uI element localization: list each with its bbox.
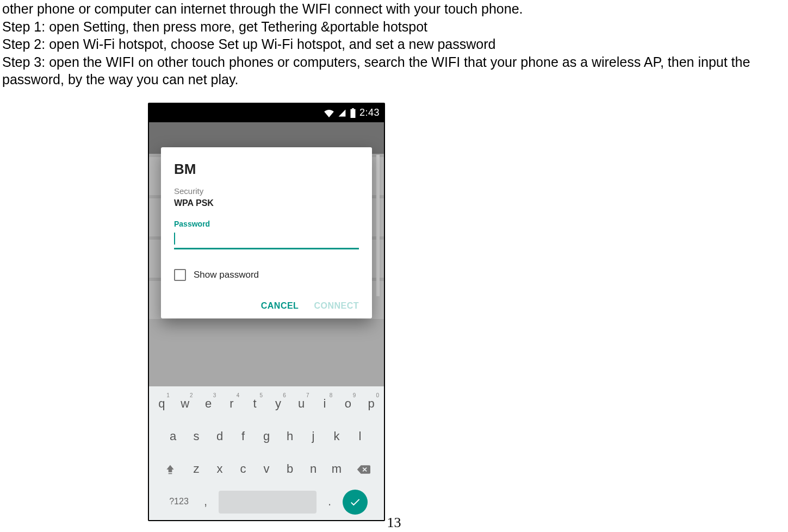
key-u[interactable]: u7 — [291, 391, 312, 418]
wifi-connect-dialog: BM Security WPA PSK Password Show passwo… — [161, 147, 372, 318]
show-password-label: Show password — [194, 269, 259, 281]
security-value: WPA PSK — [174, 198, 359, 209]
key-v[interactable]: v — [256, 456, 277, 483]
key-i[interactable]: i8 — [314, 391, 336, 418]
key-f[interactable]: f — [233, 423, 254, 450]
keyboard-row-2: asdfghjkl — [151, 423, 382, 450]
key-r[interactable]: r4 — [221, 391, 242, 418]
check-icon — [349, 496, 361, 508]
keyboard-row-3: zxcvbnm — [151, 456, 382, 483]
backspace-icon — [356, 464, 370, 475]
key-period[interactable]: . — [319, 489, 340, 516]
password-input[interactable] — [174, 231, 359, 249]
doc-line-3: Step 3: open the WIFI on other touch pho… — [2, 53, 786, 89]
dialog-actions: CANCEL CONNECT — [174, 301, 359, 312]
dialog-title: BM — [174, 160, 359, 179]
show-password-row[interactable]: Show password — [174, 269, 359, 281]
key-a[interactable]: a — [163, 423, 184, 450]
signal-icon — [338, 109, 346, 117]
password-label: Password — [174, 219, 359, 229]
svg-rect-2 — [168, 473, 172, 474]
key-h[interactable]: h — [280, 423, 301, 450]
doc-line-1: Step 1: open Setting, then press more, g… — [2, 18, 786, 36]
key-z[interactable]: z — [186, 456, 207, 483]
key-symbols[interactable]: ?123 — [165, 489, 193, 516]
key-d[interactable]: d — [209, 423, 231, 450]
status-time: 2:43 — [359, 107, 380, 119]
show-password-checkbox[interactable] — [174, 269, 186, 281]
battery-icon — [350, 108, 356, 118]
security-label: Security — [174, 186, 359, 197]
key-x[interactable]: x — [209, 456, 231, 483]
status-bar: 2:43 — [149, 104, 384, 122]
key-space[interactable] — [219, 491, 317, 514]
key-enter[interactable] — [343, 490, 368, 515]
key-o[interactable]: o9 — [337, 391, 358, 418]
key-backspace[interactable] — [350, 456, 377, 483]
key-e[interactable]: e3 — [198, 391, 219, 418]
scrollbar-hint — [376, 155, 380, 296]
key-j[interactable]: j — [303, 423, 324, 450]
key-b[interactable]: b — [280, 456, 301, 483]
phone-screen: 2:43 BM Security WPA PSK Password — [149, 104, 384, 520]
svg-rect-0 — [350, 109, 355, 117]
key-m[interactable]: m — [326, 456, 348, 483]
key-k[interactable]: k — [326, 423, 348, 450]
key-n[interactable]: n — [303, 456, 324, 483]
text-cursor — [174, 233, 175, 245]
key-g[interactable]: g — [256, 423, 277, 450]
dialog-backdrop: BM Security WPA PSK Password Show passwo… — [149, 122, 384, 386]
key-t[interactable]: t5 — [244, 391, 265, 418]
phone-screenshot: 2:43 BM Security WPA PSK Password — [148, 103, 385, 521]
key-p[interactable]: p0 — [361, 391, 382, 418]
key-comma[interactable]: , — [195, 489, 216, 516]
keyboard-row-1: q1w2e3r4t5y6u7i8o9p0 — [151, 391, 382, 418]
svg-rect-1 — [352, 108, 354, 109]
keyboard-row-4: ?123 , . — [151, 489, 382, 516]
on-screen-keyboard: q1w2e3r4t5y6u7i8o9p0 asdfghjkl zxcvbnm ?… — [149, 386, 384, 520]
key-c[interactable]: c — [233, 456, 254, 483]
wifi-icon — [324, 109, 334, 117]
key-y[interactable]: y6 — [268, 391, 289, 418]
key-s[interactable]: s — [186, 423, 207, 450]
shift-icon — [165, 464, 176, 475]
key-q[interactable]: q1 — [151, 391, 172, 418]
page-number: 13 — [387, 514, 401, 532]
document-body: other phone or computer can internet thr… — [0, 0, 788, 89]
key-shift[interactable] — [157, 456, 184, 483]
key-w[interactable]: w2 — [175, 391, 196, 418]
doc-line-0: other phone or computer can internet thr… — [2, 0, 786, 18]
cancel-button[interactable]: CANCEL — [261, 301, 299, 312]
connect-button[interactable]: CONNECT — [314, 301, 359, 312]
key-l[interactable]: l — [350, 423, 371, 450]
doc-line-2: Step 2: open Wi-Fi hotspot, choose Set u… — [2, 35, 786, 53]
